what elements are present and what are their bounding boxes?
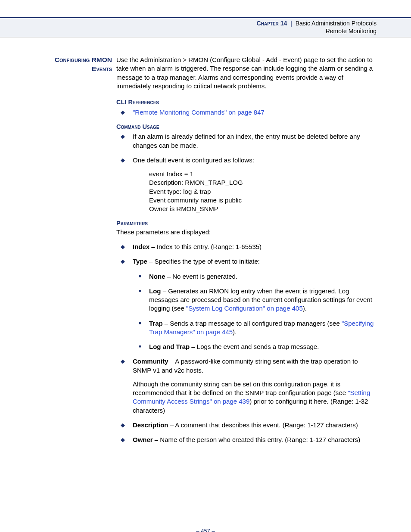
header-title: Basic Administration Protocols xyxy=(296,20,377,27)
subparam-trap-name: Trap xyxy=(149,320,163,327)
page-header: Chapter 14 | Basic Administration Protoc… xyxy=(0,17,411,37)
main-column: Use the Administration > RMON (Configure… xyxy=(116,56,377,450)
subparam-log-name: Log xyxy=(149,287,161,295)
param-description: Description – A comment that describes t… xyxy=(116,421,377,429)
command-usage-label: Command Usage xyxy=(116,123,377,131)
header-divider: | xyxy=(289,20,294,27)
chapter-label: Chapter 14 xyxy=(257,20,287,27)
side-heading: Configuring RMON Events xyxy=(34,56,116,450)
subparam-none-name: None xyxy=(149,273,165,280)
subparam-logtrap-name: Log and Trap xyxy=(149,343,190,350)
param-type-desc: – Specifies the type of event to initiat… xyxy=(147,258,260,265)
param-type-sublist: None – No event is generated. Log – Gene… xyxy=(133,272,377,352)
cmd-usage-item-1: If an alarm is already defined for an in… xyxy=(116,132,377,150)
param-index: Index – Index to this entry. (Range: 1-6… xyxy=(116,243,377,251)
cli-references-label: CLI References xyxy=(116,98,377,107)
community-note-pre: Although the community string can be set… xyxy=(133,380,348,396)
intro-paragraph: Use the Administration > RMON (Configure… xyxy=(116,56,377,90)
parameters-list: Index – Index to this entry. (Range: 1-6… xyxy=(116,243,377,444)
header-line-1: Chapter 14 | Basic Administration Protoc… xyxy=(0,20,377,27)
subparam-log: Log – Generates an RMON log entry when t… xyxy=(133,287,377,313)
param-description-desc: – A comment that describes this event. (… xyxy=(168,421,358,429)
subparam-logtrap-desc: – Logs the event and sends a trap messag… xyxy=(190,343,319,350)
param-community: Community – A password-like community st… xyxy=(116,357,377,415)
param-type: Type – Specifies the type of event to in… xyxy=(116,257,377,351)
param-owner-desc: – Name of the person who created this en… xyxy=(153,436,361,443)
param-index-name: Index xyxy=(133,243,149,250)
subparam-log-link[interactable]: "System Log Configuration" on page 405 xyxy=(186,305,303,312)
event-codeblock: event Index = 1 Description: RMON_TRAP_L… xyxy=(149,170,377,213)
cli-references-list: "Remote Monitoring Commands" on page 847 xyxy=(116,108,377,117)
command-usage-list: If an alarm is already defined for an in… xyxy=(116,132,377,213)
subparam-logtrap: Log and Trap – Logs the event and sends … xyxy=(133,342,377,351)
content-area: Configuring RMON Events Use the Administ… xyxy=(0,37,411,450)
param-type-name: Type xyxy=(133,258,147,265)
parameters-intro: These parameters are displayed: xyxy=(116,228,377,236)
cli-ref-item: "Remote Monitoring Commands" on page 847 xyxy=(116,108,377,117)
page-number: – 457 – xyxy=(0,528,411,532)
subparam-trap-pre: – Sends a trap message to all configured… xyxy=(163,320,342,327)
param-description-name: Description xyxy=(133,421,168,429)
param-owner-name: Owner xyxy=(133,436,153,443)
cli-ref-link[interactable]: "Remote Monitoring Commands" on page 847 xyxy=(133,109,265,116)
param-community-name: Community xyxy=(133,358,168,365)
cmd-usage-item-2: One default event is configured as follo… xyxy=(116,156,377,214)
header-subtitle: Remote Monitoring xyxy=(0,28,377,34)
subparam-none: None – No event is generated. xyxy=(133,272,377,281)
subparam-none-desc: – No event is generated. xyxy=(165,273,238,280)
subparam-trap-post: ). xyxy=(233,328,237,336)
param-community-note: Although the community string can be set… xyxy=(133,380,377,415)
subparam-trap: Trap – Sends a trap message to all confi… xyxy=(133,319,377,337)
subparam-log-post: ). xyxy=(303,305,307,312)
param-owner: Owner – Name of the person who created t… xyxy=(116,436,377,444)
param-index-desc: – Index to this entry. (Range: 1-65535) xyxy=(149,243,262,250)
cmd-usage-item-2-text: One default event is configured as follo… xyxy=(133,156,254,164)
parameters-label: Parameters xyxy=(116,219,377,228)
